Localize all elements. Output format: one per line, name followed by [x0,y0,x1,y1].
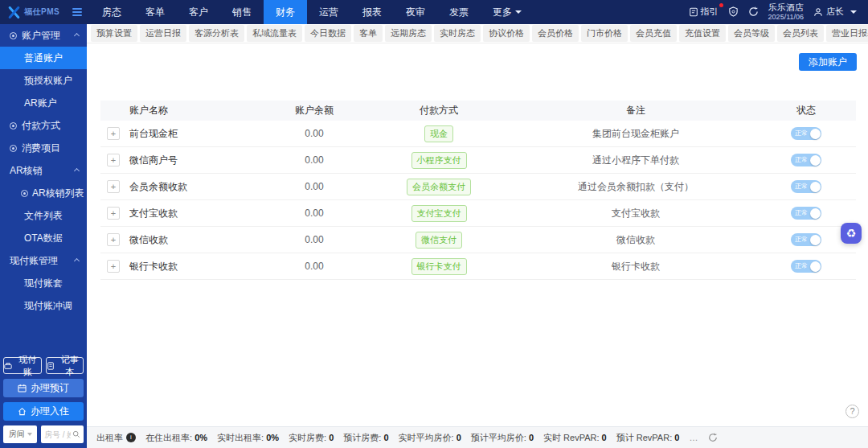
nav-item-more[interactable]: 更多 [481,0,534,24]
sidebar-item-cash-account-adjust[interactable]: 现付账冲调 [0,294,87,317]
sidebar-item-ar-writeoff-list[interactable]: AR核销列表 [0,182,87,204]
info-icon[interactable]: i [126,433,136,442]
nav-item-finance[interactable]: 财务 [264,0,307,24]
circle-dot-icon [10,122,17,129]
user-icon [813,7,823,17]
expand-row-button[interactable]: + [107,233,120,246]
toggle-knob [810,129,821,139]
room-filter-select[interactable]: 房间 [3,425,37,443]
sidebar-item-payment-methods[interactable]: 付款方式 [0,114,87,137]
notebook-button[interactable]: 记事本 [46,357,84,374]
nav-item-operations[interactable]: 运营 [307,0,350,24]
status-toggle[interactable]: 正常 [791,207,821,220]
metric-forecast-adr: 预计平均房价0 [471,432,534,444]
status-toggle[interactable]: 正常 [791,180,821,193]
statusbar-refresh-button[interactable] [708,433,718,442]
search-input[interactable] [44,430,71,439]
metric-realtime-adr: 实时平均房价0 [399,432,461,444]
nav-item-reports[interactable]: 报表 [350,0,394,24]
sidebar-item-ar-account[interactable]: AR账户 [0,92,87,114]
table-row: + 会员余额收款 0.00 会员余额支付 通过会员余额扣款（支付） 正常 [100,174,856,200]
cell-account-balance: 0.00 [266,261,362,272]
tab-today-data[interactable]: 今日数据 [305,25,351,42]
cell-remark: 支付宝收款 [515,207,756,220]
tab-member-recharge[interactable]: 会员充值 [630,25,677,42]
tab-member-list[interactable]: 会员列表 [777,25,824,42]
status-toggle[interactable]: 正常 [791,154,821,166]
guide-button[interactable]: 指引 [689,6,719,18]
cell-account-balance: 0.00 [266,208,362,219]
status-toggle[interactable]: 正常 [791,260,821,273]
tab-budget-settings[interactable]: 预算设置 [91,25,137,42]
room-guest-search [41,425,84,443]
payment-method-tag: 会员余额支付 [407,179,471,195]
expand-row-button[interactable]: + [107,180,120,193]
sidebar-item-consumption-items[interactable]: 消费项目 [0,137,87,159]
home-icon [18,407,27,416]
tab-recharge-settings[interactable]: 充值设置 [679,25,726,42]
toggle-knob [810,182,821,192]
payment-method-tag: 微信支付 [416,232,462,249]
sidebar-item-file-list[interactable]: 文件列表 [0,204,87,227]
nav-item-sales[interactable]: 销售 [220,0,264,24]
chevron-up-icon [74,167,80,173]
expand-row-button[interactable]: + [107,260,120,273]
nav-item-room-status[interactable]: 房态 [90,0,133,24]
sidebar-item-cash-account-set[interactable]: 现付账套 [0,272,87,294]
more-metrics-ellipsis[interactable]: … [689,433,698,442]
tab-realtime-room-status[interactable]: 实时房态 [434,25,481,42]
sidebar-item-preauth-account[interactable]: 预授权账户 [0,69,87,92]
tab-guest-source-analysis[interactable]: 客源分析表 [189,25,244,42]
add-account-button[interactable]: 添加账户 [799,53,857,71]
tab-future-room-status[interactable]: 远期房态 [385,25,432,42]
refresh-button[interactable] [748,6,759,17]
expand-row-button[interactable]: + [107,207,120,220]
sidebar-item-ordinary-account[interactable]: 普通账户 [0,47,87,69]
business-date: 2025/11/06 [768,13,804,22]
table-row: + 银行卡收款 0.00 银行卡支付 银行卡收款 正常 [100,253,856,280]
occupancy-info: 出租率 i [96,432,136,444]
make-reservation-button[interactable]: 办理预订 [3,379,84,397]
tab-agreement-price[interactable]: 协议价格 [483,25,530,42]
tab-orders[interactable]: 客单 [354,25,383,42]
assistant-float-button[interactable]: ♻ [841,223,862,244]
tab-operation-daily[interactable]: 运营日报 [140,25,186,42]
nav-item-customers[interactable]: 客户 [177,0,220,24]
hotel-info[interactable]: 乐乐酒店 2025/11/06 [768,2,804,22]
user-role: 店长 [826,6,844,18]
nav-item-orders[interactable]: 客单 [133,0,177,24]
user-menu[interactable]: 店长 [813,6,857,18]
tab-list-price[interactable]: 门市价格 [581,25,628,42]
chevron-up-icon [74,257,80,263]
sidebar-item-cash-account-management[interactable]: 现付账管理 [0,249,87,272]
expand-row-button[interactable]: + [107,154,120,166]
metric-forecast-revpar: 预计 RevPAR0 [616,432,680,444]
sidebar-item-ar-writeoff[interactable]: AR核销 [0,159,87,182]
cash-account-button[interactable]: 现付账 [3,357,42,374]
check-in-button[interactable]: 办理入住 [3,402,84,421]
tab-private-traffic[interactable]: 私域流量表 [247,25,302,42]
cash-register-icon [4,362,12,370]
navbar-right: 指引 乐乐酒店 2025/11/06 店长 [689,2,868,22]
metric-inhouse-occupancy: 在住出租率0% [145,432,207,444]
guide-icon [689,7,698,17]
shield-button[interactable] [728,6,739,17]
sidebar-item-ota-data[interactable]: OTA数据 [0,227,87,249]
app-logo: 福仕PMS [0,6,71,18]
help-button[interactable]: ? [845,405,859,418]
tab-member-level[interactable]: 会员等级 [728,25,775,42]
cell-remark: 微信收款 [515,233,756,247]
nav-item-invoice[interactable]: 发票 [437,0,481,24]
sidebar-item-account-management[interactable]: 账户管理 [0,24,87,47]
status-toggle[interactable]: 正常 [791,233,821,246]
expand-row-button[interactable]: + [107,127,120,140]
cell-remark: 通过小程序下单付款 [515,154,756,167]
tab-member-price[interactable]: 会员价格 [532,25,579,42]
menu-collapse-icon[interactable] [72,8,82,16]
nav-item-night-audit[interactable]: 夜审 [394,0,437,24]
status-toggle[interactable]: 正常 [791,127,821,140]
status-bar: 出租率 i 在住出租率0% 实时出租率0% 实时房费0 预计房费0 实时平均房价… [87,426,868,448]
tab-business-daily-report[interactable]: 营业日报表 [826,25,868,42]
circle-dot-icon [21,190,28,197]
cell-account-name: 银行卡收款 [129,260,266,273]
